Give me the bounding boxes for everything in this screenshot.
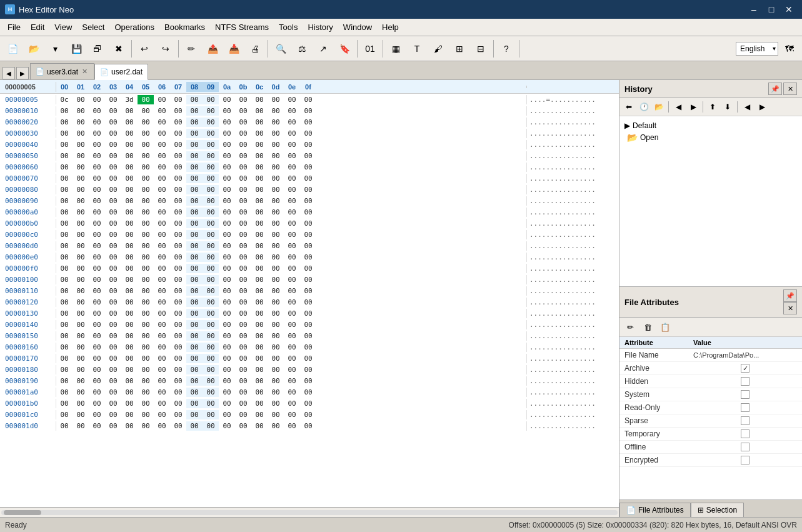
hex-cell[interactable]: 00 xyxy=(121,354,138,363)
hex-cell[interactable]: 00 xyxy=(170,275,186,284)
hex-cell[interactable]: 00 xyxy=(89,264,105,273)
hex-cell[interactable]: 00 xyxy=(251,106,268,116)
hex-cell[interactable]: 00 xyxy=(284,309,300,318)
menu-item-operations[interactable]: Operations xyxy=(109,20,159,34)
hex-cell[interactable]: 00 xyxy=(235,309,251,318)
hex-cell[interactable]: 00 xyxy=(89,354,105,363)
hex-cell[interactable]: 00 xyxy=(235,421,251,431)
new-button[interactable]: 📄 xyxy=(3,39,23,59)
hex-cell[interactable]: 00 xyxy=(219,365,235,374)
hex-cell[interactable]: 00 xyxy=(203,264,219,273)
hex-cell[interactable]: 00 xyxy=(89,309,105,318)
hex-cell[interactable]: 00 xyxy=(73,230,89,239)
hex-cell[interactable]: 00 xyxy=(219,208,235,217)
file-attr-copy-button[interactable]: 📋 xyxy=(657,319,673,334)
hex-cell[interactable]: 00 xyxy=(235,376,251,386)
hex-cell[interactable]: 00 xyxy=(138,219,154,228)
hex-cell[interactable]: 00 xyxy=(186,320,203,329)
hex-cell[interactable]: 00 xyxy=(300,106,316,116)
history-item-open[interactable]: 📂 Open xyxy=(622,131,799,144)
hex-cell[interactable]: 00 xyxy=(300,196,316,206)
hex-cell[interactable]: 00 xyxy=(138,264,154,273)
hex-cell[interactable]: 00 xyxy=(300,174,316,183)
hex-cell[interactable]: 00 xyxy=(73,196,89,206)
menu-item-edit[interactable]: Edit xyxy=(26,20,49,34)
hex-cell[interactable]: 00 xyxy=(300,421,316,431)
hex-cell[interactable]: 00 xyxy=(170,399,186,408)
hex-cell[interactable]: 00 xyxy=(89,95,105,104)
hex-cell[interactable]: 00 xyxy=(121,196,138,206)
hex-cell[interactable]: 00 xyxy=(138,208,154,217)
attribute-value[interactable] xyxy=(688,414,802,428)
hex-cell[interactable]: 00 xyxy=(235,298,251,307)
hex-cell[interactable]: 00 xyxy=(170,185,186,194)
hex-cell[interactable]: 00 xyxy=(56,185,73,194)
hex-cell[interactable]: 00 xyxy=(300,241,316,251)
hex-cell[interactable]: 00 xyxy=(235,219,251,228)
hex-cell[interactable]: 00 xyxy=(121,275,138,284)
hex-cell[interactable]: 00 xyxy=(170,264,186,273)
hex-cell[interactable]: 00 xyxy=(105,219,121,228)
hex-cell[interactable]: 00 xyxy=(105,95,121,104)
hex-cell[interactable]: 00 xyxy=(186,298,203,307)
hex-cell[interactable]: 00 xyxy=(89,399,105,408)
hex-cell[interactable]: 00 xyxy=(73,410,89,419)
hex-cell[interactable]: 00 xyxy=(138,95,154,104)
hex-cell[interactable]: 00 xyxy=(186,230,203,239)
hex-cell[interactable]: 00 xyxy=(138,106,154,116)
hex-cell[interactable]: 00 xyxy=(251,208,268,217)
hex-cell[interactable]: 00 xyxy=(170,196,186,206)
hex-cell[interactable]: 00 xyxy=(73,185,89,194)
attribute-value[interactable] xyxy=(688,441,802,454)
hex-cell[interactable]: 00 xyxy=(138,241,154,251)
hex-cell[interactable]: 00 xyxy=(154,421,170,431)
hex-cell[interactable]: 00 xyxy=(170,388,186,397)
hex-cell[interactable]: 00 xyxy=(284,253,300,262)
hex-cell[interactable]: 00 xyxy=(105,275,121,284)
hex-cell[interactable]: 00 xyxy=(235,129,251,138)
hex-cell[interactable]: 00 xyxy=(284,174,300,183)
hex-cell[interactable]: 00 xyxy=(138,421,154,431)
menu-item-tools[interactable]: Tools xyxy=(274,20,303,34)
hex-cell[interactable]: 00 xyxy=(121,421,138,431)
history-close-button[interactable]: ✕ xyxy=(783,83,797,95)
horizontal-scrollbar[interactable] xyxy=(0,507,619,517)
hex-cell[interactable]: 00 xyxy=(251,354,268,363)
hex-cell[interactable]: 00 xyxy=(73,151,89,161)
hex-cell[interactable]: 00 xyxy=(186,185,203,194)
hex-cell[interactable]: 00 xyxy=(138,275,154,284)
hex-cell[interactable]: 00 xyxy=(89,219,105,228)
hex-cell[interactable]: 00 xyxy=(235,151,251,161)
hex-cell[interactable]: 00 xyxy=(300,309,316,318)
hex-cell[interactable]: 00 xyxy=(219,331,235,341)
hex-cell[interactable]: 00 xyxy=(300,275,316,284)
hex-cell[interactable]: 00 xyxy=(203,253,219,262)
paint-button[interactable]: 🖌 xyxy=(428,39,448,59)
hex-cell[interactable]: 00 xyxy=(121,219,138,228)
hex-cell[interactable]: 00 xyxy=(219,275,235,284)
hex-cell[interactable]: 00 xyxy=(251,185,268,194)
hex-cell[interactable]: 00 xyxy=(203,196,219,206)
hex-cell[interactable]: 00 xyxy=(284,365,300,374)
compare-button[interactable]: ⚖ xyxy=(292,39,312,59)
hex-cell[interactable]: 00 xyxy=(268,376,284,386)
hex-cell[interactable]: 00 xyxy=(105,365,121,374)
hex-cell[interactable]: 00 xyxy=(138,354,154,363)
hex-cell[interactable]: 00 xyxy=(170,331,186,341)
hex-cell[interactable]: 00 xyxy=(170,241,186,251)
hex-cell[interactable]: 00 xyxy=(251,230,268,239)
hex-cell[interactable]: 00 xyxy=(56,163,73,172)
attribute-checkbox[interactable] xyxy=(741,416,749,425)
hex-cell[interactable]: 00 xyxy=(121,163,138,172)
hex-cell[interactable]: 00 xyxy=(89,241,105,251)
hex-cell[interactable]: 00 xyxy=(121,151,138,161)
tab-user3[interactable]: 📄user3.dat✕ xyxy=(30,63,94,79)
history-tb-btn[interactable]: ◀ xyxy=(740,100,754,114)
hex-cell[interactable]: 00 xyxy=(73,298,89,307)
hex-cell[interactable]: 00 xyxy=(138,388,154,397)
hex-cell[interactable]: 00 xyxy=(186,140,203,149)
menu-item-select[interactable]: Select xyxy=(77,20,109,34)
hex-cell[interactable]: 00 xyxy=(56,241,73,251)
hex-cell[interactable]: 00 xyxy=(56,219,73,228)
hex-cell[interactable]: 00 xyxy=(73,286,89,296)
